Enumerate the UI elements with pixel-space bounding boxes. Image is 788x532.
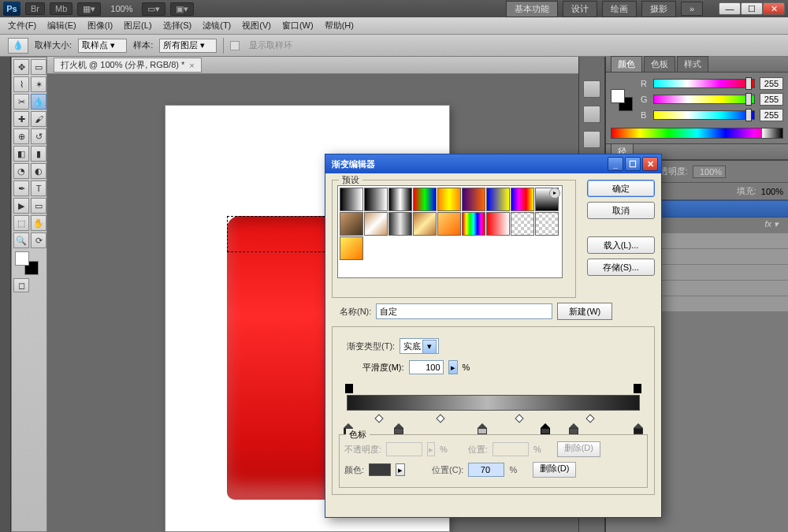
healing-tool[interactable]: ✚ <box>13 111 29 127</box>
midpoint-icon[interactable] <box>436 414 444 422</box>
delete-color-stop-button[interactable]: 删除(D) <box>533 462 576 478</box>
g-slider[interactable] <box>653 95 755 104</box>
preset-swatch[interactable] <box>340 188 363 211</box>
menu-filter[interactable]: 滤镜(T) <box>198 18 236 33</box>
panel-color-swatches[interactable] <box>611 89 636 113</box>
zoom-tool[interactable]: 🔍 <box>13 233 29 248</box>
rotate-view-tool[interactable]: ⟳ <box>31 233 46 248</box>
tab-color[interactable]: 颜色 <box>611 56 642 72</box>
dialog-close-button[interactable]: ✕ <box>642 157 658 171</box>
preset-swatch[interactable] <box>340 212 363 236</box>
menu-edit[interactable]: 编辑(E) <box>43 18 81 33</box>
stamp-tool[interactable]: ⊕ <box>13 128 29 144</box>
tab-styles[interactable]: 样式 <box>677 56 708 72</box>
stop-position2-input[interactable] <box>468 463 504 477</box>
menu-layer[interactable]: 图层(L) <box>119 18 156 33</box>
opacity-stop-right[interactable] <box>634 384 641 393</box>
zoom-level[interactable]: 100% <box>106 4 137 13</box>
smooth-dropdown-icon[interactable]: ▸ <box>448 360 458 374</box>
midpoint-icon[interactable] <box>585 414 594 422</box>
collapsed-panel-icon[interactable] <box>583 131 600 148</box>
gradient-tool[interactable]: ▮ <box>31 146 46 162</box>
gradient-bar-editor[interactable] <box>339 382 648 434</box>
color-stop[interactable] <box>634 423 643 434</box>
preset-swatch[interactable] <box>413 212 437 236</box>
quick-mask-toggle[interactable]: ◻ <box>13 278 29 292</box>
menu-help[interactable]: 帮助(H) <box>320 18 359 33</box>
dodge-tool[interactable]: ◐ <box>31 163 46 179</box>
smoothness-input[interactable] <box>409 360 444 374</box>
fg-color-swatch[interactable] <box>15 251 29 266</box>
workspace-tab-photography[interactable]: 摄影 <box>641 1 676 17</box>
new-button[interactable]: 新建(W) <box>557 303 612 320</box>
workspace-tab-design[interactable]: 设计 <box>563 1 597 17</box>
preset-swatch[interactable] <box>462 188 485 211</box>
menu-window[interactable]: 窗口(W) <box>277 18 318 33</box>
color-stop[interactable] <box>569 423 578 434</box>
preset-swatch[interactable] <box>535 212 559 236</box>
preset-flyout-icon[interactable]: ▸ <box>549 188 560 199</box>
eyedropper-tool[interactable]: 💧 <box>31 94 46 110</box>
bridge-chip[interactable]: Br <box>25 2 45 15</box>
preset-swatch[interactable] <box>486 188 510 211</box>
g-value[interactable]: 255 <box>760 93 783 106</box>
color-stop[interactable] <box>478 423 487 434</box>
eraser-tool[interactable]: ◧ <box>13 146 29 162</box>
r-slider[interactable] <box>653 79 755 88</box>
preset-swatch[interactable] <box>462 212 485 236</box>
document-tab-close-icon[interactable]: × <box>189 61 194 70</box>
color-stop[interactable] <box>394 423 403 434</box>
workspace-more[interactable]: » <box>681 2 703 16</box>
b-value[interactable]: 255 <box>760 109 783 121</box>
midpoint-icon[interactable] <box>374 414 383 422</box>
r-value[interactable]: 255 <box>760 77 783 90</box>
screen-mode-icon[interactable]: ▦▾ <box>77 2 101 16</box>
crop-tool[interactable]: ✂ <box>13 94 29 110</box>
b-slider[interactable] <box>653 110 755 120</box>
show-ring-checkbox[interactable] <box>230 41 240 50</box>
preset-swatch[interactable] <box>511 188 534 211</box>
maximize-button[interactable]: ☐ <box>741 2 763 15</box>
gradient-name-input[interactable] <box>376 303 552 319</box>
current-tool-icon[interactable]: 💧 <box>8 38 28 54</box>
cancel-button[interactable]: 取消 <box>587 202 655 219</box>
marquee-tool[interactable]: ▭ <box>31 59 46 75</box>
3d-tool[interactable]: ⬚ <box>13 215 29 231</box>
stop-color-chip[interactable] <box>369 463 391 476</box>
preset-swatch[interactable] <box>364 212 388 236</box>
blur-tool[interactable]: ◔ <box>13 163 29 179</box>
type-tool[interactable]: T <box>31 180 46 196</box>
dialog-maximize-button[interactable]: ☐ <box>625 157 641 171</box>
load-button[interactable]: 载入(L)... <box>587 236 655 254</box>
preset-swatch[interactable] <box>413 188 437 211</box>
preset-swatch[interactable] <box>388 188 412 211</box>
menu-view[interactable]: 视图(V) <box>237 18 276 33</box>
view-extras-icon[interactable]: ▣▾ <box>170 2 194 16</box>
quick-select-tool[interactable]: ✶ <box>31 76 46 92</box>
workspace-tab-essentials[interactable]: 基本功能 <box>506 1 558 17</box>
history-brush-tool[interactable]: ↺ <box>31 128 46 144</box>
preset-swatch[interactable] <box>388 212 412 236</box>
color-stop-selected[interactable] <box>541 423 550 434</box>
workspace-tab-painting[interactable]: 绘画 <box>602 1 637 17</box>
arrange-icon[interactable]: ▭▾ <box>142 2 165 16</box>
dialog-titlebar[interactable]: 渐变编辑器 _ ☐ ✕ <box>325 154 661 173</box>
opacity-value[interactable]: 100% <box>693 166 726 178</box>
ok-button[interactable]: 确定 <box>587 180 655 197</box>
shape-tool[interactable]: ▭ <box>31 198 46 214</box>
gradient-preview-bar[interactable] <box>347 395 640 411</box>
fill-value[interactable]: 100% <box>761 187 783 196</box>
save-button[interactable]: 存储(S)... <box>587 259 655 276</box>
menu-select[interactable]: 选择(S) <box>158 18 197 33</box>
color-ramp[interactable] <box>611 128 783 139</box>
fg-bg-swatches[interactable] <box>13 250 46 277</box>
sample-size-select[interactable]: 取样点 ▾ <box>78 39 127 53</box>
preset-swatch[interactable] <box>340 236 363 260</box>
collapsed-panel-icon[interactable] <box>583 106 600 123</box>
menu-file[interactable]: 文件(F) <box>3 18 41 33</box>
opacity-stop-left[interactable] <box>345 384 353 393</box>
pen-tool[interactable]: ✒ <box>13 180 29 196</box>
sample-source-select[interactable]: 所有图层 ▾ <box>159 39 217 53</box>
gradient-type-select[interactable]: 实底 <box>400 338 439 354</box>
menu-image[interactable]: 图像(I) <box>83 18 117 33</box>
